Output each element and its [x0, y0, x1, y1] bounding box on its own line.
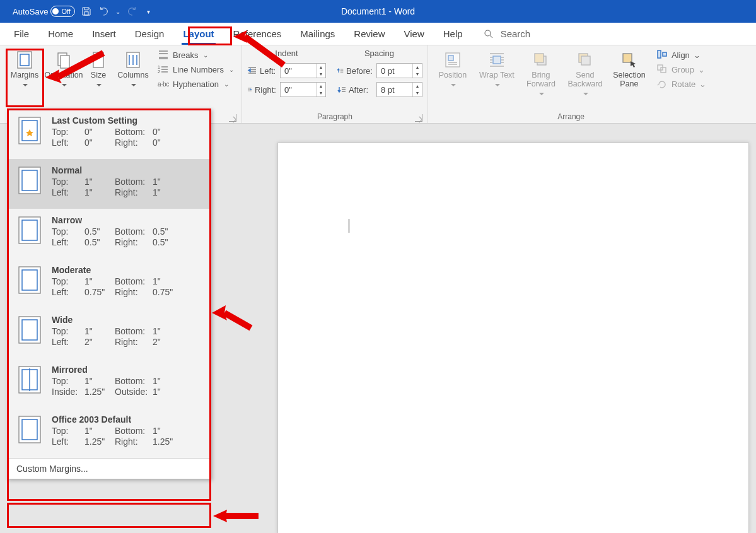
spin-up-icon[interactable]: ▴ — [413, 64, 422, 71]
indent-right-input[interactable]: ▴▾ — [280, 82, 326, 97]
preset-name: Narrow — [52, 215, 204, 225]
chevron-down-icon — [582, 90, 588, 99]
chevron-down-icon — [538, 90, 544, 99]
margins-button[interactable]: Margins — [5, 49, 44, 91]
breaks-button[interactable]: Breaks⌄ — [155, 49, 236, 61]
svg-rect-14 — [493, 56, 501, 64]
svg-rect-0 — [84, 12, 88, 15]
document-title: Document1 - Word — [341, 6, 415, 16]
search-label: Search — [501, 28, 531, 39]
margins-icon — [15, 50, 35, 70]
breaks-icon — [158, 50, 169, 60]
page-setup-launcher-icon[interactable] — [229, 114, 236, 122]
margins-preset-wide[interactable]: WideTop:1"Bottom:1"Left:2"Right:2" — [8, 308, 211, 358]
undo-dropdown-icon[interactable]: ⌄ — [115, 8, 120, 15]
spin-up-icon[interactable]: ▴ — [317, 83, 325, 90]
document-page[interactable] — [277, 143, 749, 533]
wrap-text-icon — [487, 50, 507, 70]
spacing-after-input[interactable]: ▴▾ — [376, 82, 422, 97]
margins-preset-icon — [16, 115, 43, 146]
spacing-after-label: After: — [336, 85, 373, 95]
spin-up-icon[interactable]: ▴ — [317, 64, 325, 71]
tab-layout[interactable]: Layout — [175, 23, 221, 45]
spin-down-icon[interactable]: ▾ — [317, 71, 325, 78]
tab-help[interactable]: Help — [436, 23, 470, 45]
margins-preset-office-2003-default[interactable]: Office 2003 DefaultTop:1"Bottom:1"Left:1… — [8, 408, 211, 458]
svg-text:bc: bc — [163, 81, 169, 88]
position-button[interactable]: Position — [433, 49, 472, 91]
line-numbers-icon: 12 — [158, 64, 169, 74]
margins-preset-narrow[interactable]: NarrowTop:0.5"Bottom:0.5"Left:0.5"Right:… — [8, 209, 211, 259]
wrap-text-button[interactable]: Wrap Text — [477, 49, 516, 91]
spacing-after-icon — [336, 85, 346, 94]
send-backward-button[interactable]: Send Backward — [566, 49, 605, 100]
chevron-down-icon — [494, 81, 500, 90]
selection-pane-button[interactable]: Selection Pane — [610, 49, 649, 90]
svg-marker-44 — [213, 510, 227, 522]
autosave-state: Off — [50, 6, 74, 17]
bring-forward-button[interactable]: Bring Forward — [521, 49, 561, 100]
margins-preset-mirrored[interactable]: MirroredTop:1"Bottom:1"Inside:1.25"Outsi… — [8, 358, 211, 408]
align-button[interactable]: Align⌄ — [654, 49, 709, 62]
paragraph-launcher-icon[interactable] — [415, 114, 422, 122]
text-cursor — [349, 219, 349, 233]
svg-line-41 — [58, 53, 103, 77]
tab-file[interactable]: File — [6, 23, 37, 45]
preset-name: Normal — [52, 165, 204, 175]
spacing-before-icon — [336, 66, 344, 75]
selection-pane-icon — [619, 50, 639, 70]
tab-view[interactable]: View — [397, 23, 432, 45]
group-icon — [656, 64, 668, 76]
rotate-icon — [656, 78, 668, 90]
chevron-down-icon — [450, 81, 456, 90]
group-objects-button[interactable]: Group⌄ — [654, 63, 709, 76]
preset-name: Mirrored — [52, 365, 204, 375]
annotation-arrow — [213, 505, 264, 532]
svg-point-1 — [485, 30, 491, 36]
svg-line-43 — [224, 313, 251, 328]
spin-down-icon[interactable]: ▾ — [413, 71, 422, 78]
tab-insert[interactable]: Insert — [84, 23, 124, 45]
spin-down-icon[interactable]: ▾ — [413, 90, 422, 97]
line-numbers-button[interactable]: 12 Line Numbers⌄ — [155, 63, 236, 76]
preset-name: Moderate — [52, 265, 204, 275]
margins-preset-icon — [16, 414, 43, 445]
tab-home[interactable]: Home — [40, 23, 81, 45]
tab-design[interactable]: Design — [127, 23, 172, 45]
margins-preset-icon — [16, 315, 43, 345]
group-label-arrange: Arrange — [433, 110, 709, 123]
chevron-down-icon — [130, 81, 136, 90]
quick-access-toolbar: AutoSave Off ⌄ ▾ — [0, 5, 150, 18]
columns-button[interactable]: Columns — [113, 49, 153, 91]
search-icon — [483, 28, 494, 40]
qat-customize-icon[interactable]: ▾ — [147, 8, 150, 15]
spin-down-icon[interactable]: ▾ — [317, 90, 325, 97]
hyphenation-button[interactable]: a-bc Hyphenation⌄ — [155, 78, 236, 90]
rotate-button[interactable]: Rotate⌄ — [654, 78, 709, 91]
tab-review[interactable]: Review — [346, 23, 392, 45]
preset-name: Last Custom Setting — [52, 115, 204, 126]
columns-icon — [123, 50, 143, 70]
margins-dropdown: Last Custom SettingTop:0"Bottom:0"Left:0… — [7, 108, 211, 479]
spacing-before-input[interactable]: ▴▾ — [376, 63, 422, 78]
autosave-toggle[interactable]: AutoSave Off — [13, 6, 75, 17]
save-icon[interactable] — [80, 5, 93, 18]
preset-name: Wide — [52, 315, 204, 325]
search-box[interactable]: Search — [474, 23, 540, 45]
margins-preset-icon — [16, 265, 43, 295]
custom-margins-item[interactable]: Custom Margins... — [8, 458, 211, 479]
chevron-down-icon — [21, 81, 28, 90]
title-bar: AutoSave Off ⌄ ▾ Document1 - Word — [0, 0, 756, 23]
spacing-section-label: Spacing — [336, 49, 422, 58]
margins-preset-normal[interactable]: NormalTop:1"Bottom:1"Left:1"Right:1" — [8, 159, 211, 209]
spin-up-icon[interactable]: ▴ — [413, 83, 422, 90]
send-backward-icon — [575, 50, 595, 70]
svg-rect-19 — [623, 54, 632, 62]
undo-icon[interactable] — [98, 5, 110, 18]
redo-icon[interactable] — [125, 5, 138, 18]
margins-preset-last-custom-setting[interactable]: Last Custom SettingTop:0"Bottom:0"Left:0… — [8, 109, 211, 159]
group-label-paragraph: Paragraph — [247, 110, 422, 123]
tab-mailings[interactable]: Mailings — [293, 23, 342, 45]
margins-preset-moderate[interactable]: ModerateTop:1"Bottom:1"Left:0.75"Right:0… — [8, 259, 211, 308]
indent-right-icon — [247, 85, 252, 94]
